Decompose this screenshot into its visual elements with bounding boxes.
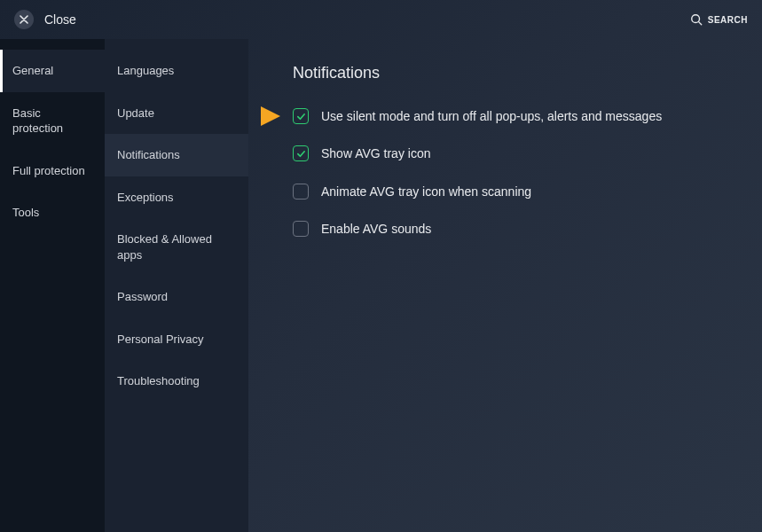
header: Close SEARCH: [0, 0, 762, 39]
search-button[interactable]: SEARCH: [690, 13, 748, 26]
option-show-avg-tray-icon[interactable]: Show AVG tray icon: [293, 145, 730, 162]
checkbox[interactable]: [293, 221, 309, 237]
option-label: Show AVG tray icon: [321, 145, 430, 162]
close-icon: [20, 15, 28, 24]
search-icon: [690, 13, 703, 26]
options-list: Use silent mode and turn off all pop-ups…: [293, 107, 730, 238]
checkbox[interactable]: [293, 145, 309, 161]
sidebar2-item-troubleshooting[interactable]: Troubleshooting: [105, 360, 248, 403]
checkmark-icon: [296, 112, 306, 121]
sidebar2-item-blocked-allowed-apps[interactable]: Blocked & Allowed apps: [105, 218, 248, 276]
page-title: Notifications: [293, 64, 730, 82]
sidebar-secondary: LanguagesUpdateNotificationsExceptionsBl…: [105, 39, 248, 532]
sidebar2-item-update[interactable]: Update: [105, 92, 248, 135]
search-label: SEARCH: [708, 15, 748, 25]
sidebar2-item-personal-privacy[interactable]: Personal Privacy: [105, 318, 248, 361]
option-enable-avg-sounds[interactable]: Enable AVG sounds: [293, 220, 730, 238]
sidebar1-item-full-protection[interactable]: Full protection: [0, 150, 105, 192]
option-label: Use silent mode and turn off all pop-ups…: [321, 107, 662, 125]
option-label: Animate AVG tray icon when scanning: [321, 183, 531, 200]
sidebar2-item-exceptions[interactable]: Exceptions: [105, 176, 248, 219]
sidebar1-item-general[interactable]: General: [0, 50, 105, 92]
body: GeneralBasic protectionFull protectionTo…: [0, 39, 762, 532]
sidebar-primary: GeneralBasic protectionFull protectionTo…: [0, 39, 105, 532]
option-animate-avg-tray-icon-when-scanning[interactable]: Animate AVG tray icon when scanning: [293, 183, 730, 200]
checkmark-icon: [296, 149, 306, 159]
sidebar1-item-basic-protection[interactable]: Basic protection: [0, 92, 105, 150]
option-label: Enable AVG sounds: [321, 220, 431, 238]
close-button[interactable]: [14, 10, 34, 29]
sidebar2-item-password[interactable]: Password: [105, 276, 248, 318]
option-use-silent-mode-and-turn-off-all-pop-ups-alerts-and-messages[interactable]: Use silent mode and turn off all pop-ups…: [293, 107, 730, 125]
sidebar2-item-languages[interactable]: Languages: [105, 50, 248, 92]
checkbox[interactable]: [293, 108, 309, 124]
checkbox[interactable]: [293, 184, 309, 200]
pointer-icon: [261, 106, 280, 126]
content-panel: Notifications Use silent mode and turn o…: [248, 39, 762, 532]
header-left: Close: [14, 10, 76, 29]
close-label[interactable]: Close: [44, 12, 76, 27]
sidebar2-item-notifications[interactable]: Notifications: [105, 134, 248, 176]
sidebar1-item-tools[interactable]: Tools: [0, 192, 105, 234]
